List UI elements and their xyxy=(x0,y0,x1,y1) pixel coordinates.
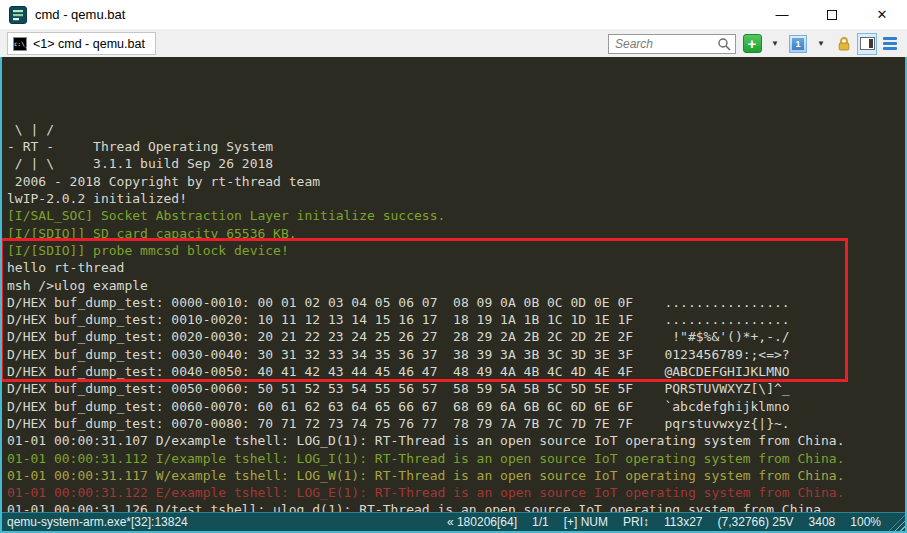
terminal-line: D/HEX buf_dump_test: 0040-0050: 40 41 42… xyxy=(7,363,905,380)
status-item: 113x27 xyxy=(664,515,702,529)
status-items: « 180206[64]1/1[+] NUMPRI↕113x27(7,32766… xyxy=(447,515,881,529)
terminal-line: D/HEX buf_dump_test: 0010-0020: 10 11 12… xyxy=(7,311,905,328)
status-item: « 180206[64] xyxy=(447,515,517,529)
console-tab-label: <1> cmd - qemu.bat xyxy=(33,37,145,51)
terminal-line: D/HEX buf_dump_test: 0020-0030: 20 21 22… xyxy=(7,328,905,345)
terminal-line: 01-01 00:00:31.112 I/example tshell: LOG… xyxy=(7,450,905,467)
status-item: 3408 xyxy=(809,515,836,529)
chevron-down-icon: ▼ xyxy=(771,39,779,48)
maximize-button[interactable] xyxy=(807,0,857,30)
terminal-line: - RT - Thread Operating System xyxy=(7,138,905,155)
terminal-line: / | \ 3.1.1 build Sep 26 2018 xyxy=(7,155,905,172)
terminal-line: msh />ulog example xyxy=(7,277,905,294)
lock-icon xyxy=(836,36,852,52)
console-list-dropdown[interactable]: ▼ xyxy=(811,33,831,55)
search-icon[interactable] xyxy=(717,37,732,52)
terminal-line: [I/[SDIO]] SD card capacity 65536 KB. xyxy=(7,225,905,242)
status-item: [+] NUM xyxy=(564,515,608,529)
status-process: qemu-system-arm.exe*[32]:13824 xyxy=(7,515,188,529)
terminal-line: D/HEX buf_dump_test: 0050-0060: 50 51 52… xyxy=(7,380,905,397)
terminal[interactable]: \ | /- RT - Thread Operating System / | … xyxy=(2,57,905,512)
status-item: (7,32766) 25V xyxy=(718,515,794,529)
terminal-line: 01-01 00:00:31.117 W/example tshell: LOG… xyxy=(7,467,905,484)
close-icon: ✕ xyxy=(877,7,888,22)
status-bar: qemu-system-arm.exe*[32]:13824 « 180206[… xyxy=(2,512,905,531)
console-window-icon: 1 xyxy=(789,35,807,53)
lock-button[interactable] xyxy=(834,33,854,55)
resize-grip[interactable] xyxy=(889,515,905,531)
terminal-line: D/HEX buf_dump_test: 0070-0080: 70 71 72… xyxy=(7,415,905,432)
search-box xyxy=(608,34,736,54)
close-button[interactable]: ✕ xyxy=(857,0,907,30)
tab-bar: c:\_ <1> cmd - qemu.bat + ▼ 1 ▼ xyxy=(0,30,907,57)
console-tab[interactable]: c:\_ <1> cmd - qemu.bat xyxy=(7,32,156,55)
terminal-line: \ | / xyxy=(7,121,905,138)
status-item: 1/1 xyxy=(532,515,549,529)
minimize-button[interactable]: — xyxy=(757,0,807,30)
terminal-line: 2006 - 2018 Copyright by rt-thread team xyxy=(7,173,905,190)
terminal-line: 01-01 00:00:31.122 E/example tshell: LOG… xyxy=(7,484,905,501)
app-icon xyxy=(9,6,27,24)
cmd-icon: c:\_ xyxy=(13,37,27,51)
chevron-down-icon: ▼ xyxy=(817,39,825,48)
active-console-button[interactable]: 1 xyxy=(788,33,808,55)
app-window: cmd - qemu.bat — ✕ c:\_ <1> cmd - qemu.b… xyxy=(0,0,907,533)
window-controls: — ✕ xyxy=(757,0,907,30)
terminal-line: D/HEX buf_dump_test: 0060-0070: 60 61 62… xyxy=(7,398,905,415)
terminal-line: [I/[SDIO]] probe mmcsd block device! xyxy=(7,242,905,259)
maximize-icon xyxy=(827,10,837,20)
panel-icon xyxy=(860,37,875,50)
terminal-line: 01-01 00:00:31.126 D/test tshell: ulog_d… xyxy=(7,501,905,512)
plus-icon: + xyxy=(743,34,762,53)
terminal-line: D/HEX buf_dump_test: 0000-0010: 00 01 02… xyxy=(7,294,905,311)
menu-button[interactable] xyxy=(880,33,900,55)
status-item: PRI↕ xyxy=(623,515,649,529)
terminal-line: lwIP-2.0.2 initialized! xyxy=(7,190,905,207)
panel-toggle-button[interactable] xyxy=(857,33,877,55)
window-title: cmd - qemu.bat xyxy=(35,7,125,22)
terminal-line: [I/SAL_SOC] Socket Abstraction Layer ini… xyxy=(7,207,905,224)
window-frame: \ | /- RT - Thread Operating System / | … xyxy=(0,57,907,533)
new-console-dropdown[interactable]: ▼ xyxy=(765,33,785,55)
search-input[interactable] xyxy=(613,36,717,52)
terminal-line: 01-01 00:00:31.107 D/example tshell: LOG… xyxy=(7,432,905,449)
toolbar: + ▼ 1 ▼ xyxy=(742,33,900,55)
new-console-button[interactable]: + xyxy=(742,33,762,55)
title-bar: cmd - qemu.bat — ✕ xyxy=(0,0,907,30)
terminal-line: hello rt-thread xyxy=(7,259,905,276)
status-item: 100% xyxy=(850,515,881,529)
minimize-icon: — xyxy=(776,7,789,22)
hamburger-icon xyxy=(883,37,897,50)
terminal-line: D/HEX buf_dump_test: 0030-0040: 30 31 32… xyxy=(7,346,905,363)
